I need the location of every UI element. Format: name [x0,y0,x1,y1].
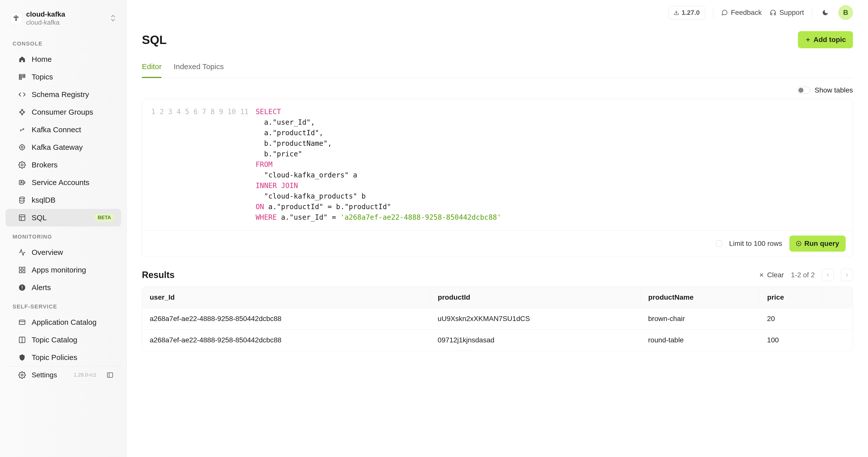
sidebar-item-label: Brokers [32,161,58,169]
sidebar-item-application-catalog[interactable]: Application Catalog [5,313,121,331]
collapse-sidebar-icon[interactable] [106,371,114,379]
limit-checkbox[interactable] [716,240,722,247]
version-button[interactable]: 1.27.0 [668,6,705,19]
page-title: SQL [142,33,167,47]
sidebar-item-service-accounts[interactable]: Service Accounts [5,174,121,191]
sidebar-item-label: Consumer Groups [32,108,93,116]
svg-rect-11 [19,78,22,80]
sidebar-item-label: Topic Catalog [32,336,78,344]
sidebar-item-label: Overview [32,248,63,257]
sidebar-item-schema-registry[interactable]: Schema Registry [5,86,121,103]
gateway-icon [18,143,26,151]
run-label: Run query [804,239,839,248]
sidebar-item-topics[interactable]: Topics [5,68,121,86]
download-icon [674,10,679,15]
cluster-logo [10,12,22,24]
topbar-divider-2 [812,7,812,18]
cluster-switcher[interactable]: cloud-kafka cloud-kafka [0,7,127,33]
sidebar-item-topic-catalog[interactable]: Topic Catalog [5,331,121,349]
svg-rect-13 [23,76,25,78]
version-label: 1.27.0 [682,9,700,17]
table-cell: a268a7ef-ae22-4888-9258-850442dcbc88 [142,330,430,351]
cluster-chevrons-icon[interactable] [110,12,117,24]
results-table: user_IdproductIdproductNameprice a268a7e… [142,287,853,351]
column-header[interactable]: price [760,287,823,308]
sidebar-item-label: Schema Registry [32,90,89,99]
settings-label[interactable]: Settings [32,371,57,379]
tab-editor-label: Editor [142,62,161,70]
sidebar-item-apps-monitoring[interactable]: Apps monitoring [5,261,121,279]
table-cell: 09712j1kjnsdasad [430,330,641,351]
svg-rect-41 [22,286,23,288]
tabs: Editor Indexed Topics [142,58,853,78]
svg-point-31 [21,181,22,182]
feedback-icon [721,9,728,16]
theme-toggle[interactable] [820,7,830,18]
results-title: Results [142,270,175,280]
chevron-left-icon [825,273,830,278]
svg-point-3 [14,17,14,18]
run-query-button[interactable]: Run query [789,235,846,252]
overview-icon [18,248,26,256]
svg-point-4 [17,17,18,18]
sidebar-item-label: Home [32,55,52,64]
sidebar-item-label: ksqlDB [32,196,56,204]
apps-icon [18,266,26,274]
support-link[interactable]: Support [770,8,804,17]
svg-line-20 [20,113,22,114]
sql-editor[interactable]: 1 2 3 4 5 6 7 8 9 10 11 SELECT a."user_I… [142,99,853,230]
sidebar-item-topic-policies[interactable]: Topic Policies [5,349,121,366]
sql-icon [18,214,26,222]
svg-line-21 [22,113,24,114]
svg-rect-33 [19,215,25,221]
sidebar-item-alerts[interactable]: Alerts [5,279,121,296]
main-content: 1.27.0 Feedback Support B SQL A [127,0,868,457]
pager-prev-button[interactable] [822,269,834,281]
appcat-icon [18,318,26,326]
connect-icon [18,126,26,134]
tab-indexed-topics[interactable]: Indexed Topics [174,58,224,78]
pager-next-button[interactable] [841,269,853,281]
avatar-initial: B [843,8,848,17]
sidebar-item-brokers[interactable]: Brokers [5,156,121,174]
show-tables-toggle[interactable] [798,87,810,94]
column-header[interactable]: productName [641,287,760,308]
groups-icon [18,108,26,116]
topbar-divider [713,7,713,18]
column-header[interactable]: user_Id [142,287,430,308]
column-header[interactable]: productId [430,287,641,308]
sidebar-item-kafka-connect[interactable]: Kafka Connect [5,121,121,139]
sidebar-item-home[interactable]: Home [5,51,121,68]
user-avatar[interactable]: B [838,5,853,20]
topics-icon [18,73,26,81]
svg-point-0 [16,16,17,17]
sql-code[interactable]: SELECT a."user_Id", a."productId", b."pr… [256,107,501,223]
sidebar-item-ksqldb[interactable]: ksqlDB [5,191,121,209]
svg-point-2 [16,19,17,21]
add-topic-button[interactable]: Add topic [798,31,853,48]
sidebar-item-sql[interactable]: SQLBETA [5,209,121,227]
clear-button[interactable]: Clear [758,271,784,279]
sidebar-item-label: SQL [32,213,47,222]
sidebar-item-label: Topic Policies [32,353,78,362]
svg-point-24 [20,145,25,150]
sidebar-item-overview[interactable]: Overview [5,244,121,261]
tab-editor[interactable]: Editor [142,58,161,78]
beta-badge: BETA [95,214,114,222]
table-row[interactable]: a268a7ef-ae22-4888-9258-850442dcbc88uU9X… [142,308,853,330]
tab-indexed-label: Indexed Topics [174,62,224,70]
table-row[interactable]: a268a7ef-ae22-4888-9258-850442dcbc880971… [142,330,853,351]
x-icon [758,272,765,278]
svg-point-15 [20,111,21,113]
home-icon [18,55,26,63]
cluster-sub: cloud-kafka [26,19,105,26]
svg-point-17 [22,114,23,115]
feedback-link[interactable]: Feedback [721,8,762,17]
sidebar-item-label: Alerts [32,283,51,292]
sidebar-item-consumer-groups[interactable]: Consumer Groups [5,103,121,121]
chevron-right-icon [844,273,849,278]
alerts-icon [18,284,26,292]
table-cell: 20 [760,308,823,330]
sidebar-item-kafka-gateway[interactable]: Kafka Gateway [5,139,121,156]
svg-line-18 [20,110,22,111]
